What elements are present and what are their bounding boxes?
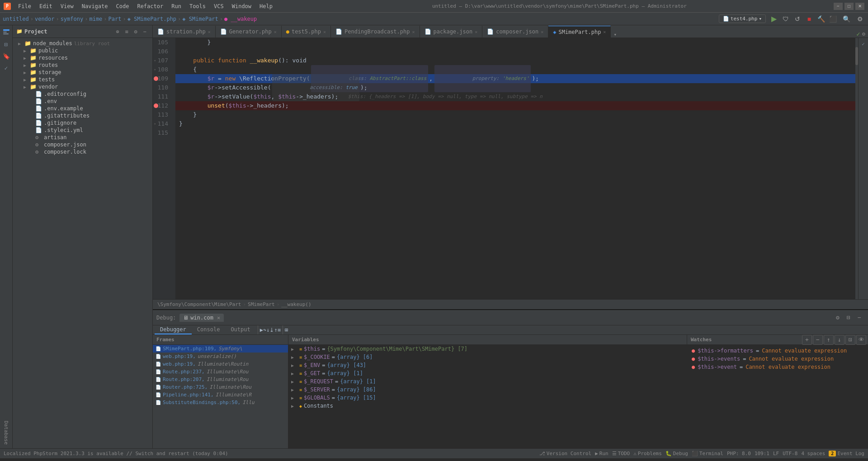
run-config-dropdown[interactable]: ▾ <box>759 16 762 22</box>
tab-close[interactable]: ✕ <box>323 29 326 34</box>
frame-item-3[interactable]: 📄 Route.php:237, Illuminate\Rou <box>153 368 288 376</box>
debug-resume-icon[interactable]: ▶ <box>260 327 263 333</box>
watches-remove-icon[interactable]: − <box>813 335 823 345</box>
tab-console[interactable]: Console <box>192 325 226 334</box>
menu-navigate[interactable]: Navigate <box>78 2 112 10</box>
frame-item-2[interactable]: 📄 web.php:19, Illuminate\Routin <box>153 360 288 368</box>
debug-btn[interactable]: 🐛 Debug <box>665 451 688 456</box>
coverage-button[interactable]: 🛡 <box>780 14 791 24</box>
var-get[interactable]: ▶ ≡ $_GET = {array} [1] <box>288 369 687 377</box>
tab-pending[interactable]: 📄 PendingBroadcast.php ✕ <box>331 26 420 38</box>
debug-minimize-icon[interactable]: − <box>854 313 864 323</box>
watch-event[interactable]: ● $this->event = Cannot evaluate express… <box>690 363 865 371</box>
run-button[interactable]: ▶ <box>769 14 779 24</box>
frame-item-5[interactable]: 📄 Router.php:725, Illuminate\Rou <box>153 383 288 391</box>
menu-refactor[interactable]: Refactor <box>133 2 167 10</box>
expand-icon[interactable]: ▶ <box>291 404 297 409</box>
var-server[interactable]: ▶ ≡ $_SERVER = {array} [86] <box>288 386 687 394</box>
tab-stration[interactable]: 📄 stration.php ✕ <box>153 26 216 38</box>
tab-debugger[interactable]: Debugger <box>155 325 192 334</box>
debug-step-over-icon[interactable]: ↷ <box>263 327 266 333</box>
stop2-button[interactable]: ⬛ <box>827 14 838 24</box>
tab-composer[interactable]: 📄 composer.json ✕ <box>482 26 548 38</box>
watch-formatters[interactable]: ● $this->formatters = Cannot evaluate ex… <box>690 347 865 355</box>
event-log-btn[interactable]: 2 Event Log <box>829 451 864 456</box>
code-analysis-icon[interactable]: ✓ <box>859 40 868 48</box>
var-cookie[interactable]: ▶ ≡ $_COOKIE = {array} [6] <box>288 353 687 361</box>
run-status-btn[interactable]: ▶ Run <box>595 451 609 456</box>
scroll-thumb[interactable] <box>855 47 858 65</box>
debug-step-into-mine-icon[interactable]: ⤓ <box>269 327 274 333</box>
debug-settings-icon[interactable]: ⚙ <box>833 313 843 323</box>
problems-btn[interactable]: ⚠ Problems <box>633 451 662 456</box>
breakpoint-112[interactable] <box>154 103 158 108</box>
frame-item-4[interactable]: 📄 Route.php:207, Illuminate\Rou <box>153 376 288 383</box>
var-globals[interactable]: ▶ ≡ $GLOBALS = {array} [15] <box>288 394 687 402</box>
var-request[interactable]: ▶ ≡ $_REQUEST = {array} [1] <box>288 377 687 386</box>
tab-overflow[interactable]: ▾ <box>611 32 619 38</box>
todo-btn[interactable]: ☰ TODO <box>612 451 630 456</box>
debug-step-out-icon[interactable]: ↑ <box>274 327 277 333</box>
tree-item-node-modules[interactable]: ▶ 📁 node_modules library root <box>13 40 152 47</box>
search-everywhere-button[interactable]: 🔍 <box>841 14 852 24</box>
tree-item-gitignore[interactable]: ▶ 📄 .gitignore <box>13 119 152 127</box>
tab-close[interactable]: ✕ <box>412 29 415 34</box>
code-content[interactable]: } public function __wakeup (): void { <box>175 38 855 299</box>
tree-item-vendor[interactable]: ▶ 📁 vendor <box>13 83 152 90</box>
expand-icon[interactable]: ▶ <box>291 387 297 392</box>
expand-icon[interactable]: ▶ <box>291 371 297 376</box>
tree-item-env-example[interactable]: ▶ 📄 .env.example <box>13 105 152 112</box>
menu-code[interactable]: Code <box>113 2 133 10</box>
code-editor[interactable]: 105 106 107 ▾ 108 ▾ 109 110 <box>153 38 868 299</box>
version-control-btn[interactable]: ⎇ Version Control <box>539 451 591 456</box>
frame-item-1[interactable]: 📄 web.php:19, unserialize() <box>153 353 288 360</box>
fold-icon[interactable]: ▾ <box>154 65 156 74</box>
tab-generator[interactable]: 📄 Generator.php ✕ <box>216 26 282 38</box>
var-this[interactable]: ▶ ≡ $this = {Symfony\Component\Mime\Part… <box>288 345 687 353</box>
bc-mime[interactable]: mime <box>89 16 102 22</box>
debug-table-view-icon[interactable]: ⊞ <box>285 327 288 333</box>
tree-item-styleci[interactable]: ▶ 📄 .styleci.yml <box>13 127 152 134</box>
menu-edit[interactable]: Edit <box>36 2 56 10</box>
tree-item-public[interactable]: ▶ 📁 public <box>13 47 152 54</box>
expand-icon[interactable]: ▶ <box>291 363 297 368</box>
watches-add-icon[interactable]: + <box>802 335 812 345</box>
terminal-btn[interactable]: ⬛ Terminal <box>692 451 723 456</box>
menu-view[interactable]: View <box>57 2 77 10</box>
tree-item-artisan[interactable]: ▶ ⚙ artisan <box>13 134 152 141</box>
tree-item-routes[interactable]: ▶ 📁 routes <box>13 61 152 69</box>
frame-item-7[interactable]: 📄 SubstituteBindings.php:50, Illu <box>153 399 288 406</box>
line-ending[interactable]: LF <box>773 451 779 456</box>
watches-settings-icon[interactable]: 👁 <box>856 335 866 345</box>
menu-run[interactable]: Run <box>168 2 185 10</box>
bc-vendor[interactable]: vendor <box>35 16 54 22</box>
debug-proc-close-icon[interactable]: ✕ <box>217 315 220 321</box>
expand-icon[interactable]: ▶ <box>291 347 297 352</box>
build-button[interactable]: 🔨 <box>816 14 826 24</box>
tree-item-env[interactable]: ▶ 📄 .env <box>13 98 152 105</box>
menu-vcs[interactable]: VCS <box>210 2 227 10</box>
fold-icon[interactable]: ▾ <box>154 119 156 128</box>
rerun-button[interactable]: ↺ <box>792 14 803 24</box>
bc-untitled[interactable]: untitled <box>3 16 29 22</box>
tree-item-storage[interactable]: ▶ 📁 storage <box>13 69 152 76</box>
tab-close[interactable]: ✕ <box>603 29 606 34</box>
tab-close[interactable]: ✕ <box>541 29 543 34</box>
tab-output[interactable]: Output <box>225 325 255 334</box>
tab-smimepart[interactable]: ◈ SMimePart.php ✕ <box>548 26 611 38</box>
tree-item-composer-lock[interactable]: ▶ ⚙ composer.lock <box>13 148 152 155</box>
expand-icon[interactable]: ▶ <box>291 395 297 400</box>
close-panel-icon[interactable]: − <box>141 28 149 36</box>
todo-sidebar-icon[interactable]: ✓ <box>1 62 12 73</box>
editor-scrollbar[interactable] <box>855 38 858 299</box>
tree-item-composer-json[interactable]: ▶ ⚙ composer.json <box>13 141 152 148</box>
indent[interactable]: 4 spaces <box>801 451 825 456</box>
settings-tab-icon[interactable]: ⚙ <box>862 31 865 37</box>
menu-window[interactable]: Window <box>228 2 255 10</box>
debug-layout-icon[interactable]: ⊟ <box>844 313 854 323</box>
expand-icon[interactable]: ▶ <box>291 355 297 360</box>
database-icon[interactable]: Database <box>2 417 11 448</box>
watch-events[interactable]: ● $this->events = Cannot evaluate expres… <box>690 355 865 363</box>
bc-part[interactable]: Part <box>108 16 122 22</box>
bc-smimepart-class[interactable]: ◈ SMimePart <box>182 16 218 22</box>
